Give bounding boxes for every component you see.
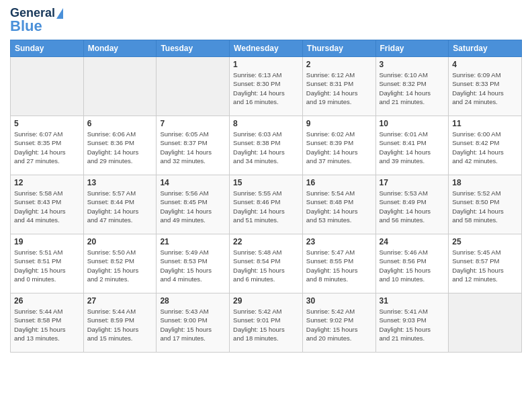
day-cell-8: 8Sunrise: 6:03 AMSunset: 8:38 PMDaylight…: [230, 116, 303, 175]
day-cell-26: 26Sunrise: 5:44 AMSunset: 8:58 PMDayligh…: [11, 293, 84, 352]
day-number-31: 31: [380, 296, 445, 306]
day-number-16: 16: [306, 178, 372, 187]
day-cell-20: 20Sunrise: 5:50 AMSunset: 8:52 PMDayligh…: [83, 234, 157, 293]
day-number-26: 26: [14, 296, 80, 306]
day-info-29: Sunrise: 5:42 AMSunset: 9:01 PMDaylight:…: [233, 307, 299, 342]
day-number-25: 25: [452, 237, 518, 246]
day-number-4: 4: [452, 60, 518, 69]
empty-cell: [11, 56, 84, 116]
day-number-9: 9: [306, 119, 372, 128]
day-info-23: Sunrise: 5:47 AMSunset: 8:55 PMDaylight:…: [306, 248, 372, 283]
logo: General Blue: [10, 7, 63, 34]
day-cell-29: 29Sunrise: 5:42 AMSunset: 9:01 PMDayligh…: [230, 293, 303, 352]
day-info-7: Sunrise: 6:05 AMSunset: 8:37 PMDaylight:…: [160, 130, 226, 165]
calendar-header-row: SundayMondayTuesdayWednesdayThursdayFrid…: [11, 40, 522, 56]
day-number-17: 17: [380, 178, 445, 187]
day-cell-18: 18Sunrise: 5:52 AMSunset: 8:50 PMDayligh…: [449, 175, 522, 234]
day-info-18: Sunrise: 5:52 AMSunset: 8:50 PMDaylight:…: [452, 189, 518, 224]
day-cell-25: 25Sunrise: 5:45 AMSunset: 8:57 PMDayligh…: [449, 234, 522, 293]
page: General Blue SundayMondayTuesdayWednesda…: [0, 0, 532, 359]
day-cell-7: 7Sunrise: 6:05 AMSunset: 8:37 PMDaylight…: [157, 116, 230, 175]
day-number-18: 18: [452, 178, 518, 187]
day-info-16: Sunrise: 5:54 AMSunset: 8:48 PMDaylight:…: [306, 189, 372, 224]
day-info-17: Sunrise: 5:53 AMSunset: 8:49 PMDaylight:…: [380, 189, 445, 224]
col-header-monday: Monday: [83, 40, 157, 56]
day-number-10: 10: [380, 119, 445, 128]
day-info-11: Sunrise: 6:00 AMSunset: 8:42 PMDaylight:…: [452, 130, 518, 165]
day-cell-17: 17Sunrise: 5:53 AMSunset: 8:49 PMDayligh…: [375, 175, 449, 234]
day-info-21: Sunrise: 5:49 AMSunset: 8:53 PMDaylight:…: [160, 248, 226, 283]
day-info-2: Sunrise: 6:12 AMSunset: 8:31 PMDaylight:…: [306, 71, 372, 106]
day-info-12: Sunrise: 5:58 AMSunset: 8:43 PMDaylight:…: [14, 189, 80, 224]
day-cell-3: 3Sunrise: 6:10 AMSunset: 8:32 PMDaylight…: [375, 56, 449, 116]
empty-cell: [157, 56, 230, 116]
day-cell-14: 14Sunrise: 5:56 AMSunset: 8:45 PMDayligh…: [157, 175, 230, 234]
day-cell-16: 16Sunrise: 5:54 AMSunset: 8:48 PMDayligh…: [302, 175, 375, 234]
day-number-20: 20: [87, 237, 153, 246]
day-info-5: Sunrise: 6:07 AMSunset: 8:35 PMDaylight:…: [14, 130, 80, 165]
day-info-3: Sunrise: 6:10 AMSunset: 8:32 PMDaylight:…: [380, 71, 445, 106]
day-number-29: 29: [233, 296, 299, 306]
day-cell-30: 30Sunrise: 5:42 AMSunset: 9:02 PMDayligh…: [302, 293, 375, 352]
day-number-6: 6: [87, 119, 153, 128]
day-number-30: 30: [306, 296, 372, 306]
day-info-24: Sunrise: 5:46 AMSunset: 8:56 PMDaylight:…: [380, 248, 445, 283]
day-number-22: 22: [233, 237, 299, 246]
day-info-28: Sunrise: 5:43 AMSunset: 9:00 PMDaylight:…: [160, 307, 226, 342]
day-cell-2: 2Sunrise: 6:12 AMSunset: 8:31 PMDaylight…: [302, 56, 375, 116]
day-cell-22: 22Sunrise: 5:48 AMSunset: 8:54 PMDayligh…: [230, 234, 303, 293]
header: General Blue: [10, 7, 522, 34]
day-info-25: Sunrise: 5:45 AMSunset: 8:57 PMDaylight:…: [452, 248, 518, 283]
day-number-3: 3: [380, 60, 445, 69]
week-row-2: 5Sunrise: 6:07 AMSunset: 8:35 PMDaylight…: [11, 116, 522, 175]
day-number-1: 1: [233, 60, 299, 69]
day-info-15: Sunrise: 5:55 AMSunset: 8:46 PMDaylight:…: [233, 189, 299, 224]
week-row-5: 26Sunrise: 5:44 AMSunset: 8:58 PMDayligh…: [11, 293, 522, 352]
week-row-3: 12Sunrise: 5:58 AMSunset: 8:43 PMDayligh…: [11, 175, 522, 234]
day-number-21: 21: [160, 237, 226, 246]
day-info-20: Sunrise: 5:50 AMSunset: 8:52 PMDaylight:…: [87, 248, 153, 283]
day-info-26: Sunrise: 5:44 AMSunset: 8:58 PMDaylight:…: [14, 307, 80, 342]
logo-line2: Blue: [10, 20, 42, 34]
col-header-sunday: Sunday: [11, 40, 84, 56]
day-number-27: 27: [87, 296, 153, 306]
day-info-10: Sunrise: 6:01 AMSunset: 8:41 PMDaylight:…: [380, 130, 445, 165]
day-number-2: 2: [306, 60, 372, 69]
day-cell-1: 1Sunrise: 6:13 AMSunset: 8:30 PMDaylight…: [230, 56, 303, 116]
day-cell-13: 13Sunrise: 5:57 AMSunset: 8:44 PMDayligh…: [83, 175, 157, 234]
day-cell-21: 21Sunrise: 5:49 AMSunset: 8:53 PMDayligh…: [157, 234, 230, 293]
day-number-5: 5: [14, 119, 80, 128]
day-number-24: 24: [380, 237, 445, 246]
calendar-table: SundayMondayTuesdayWednesdayThursdayFrid…: [10, 40, 522, 353]
day-cell-12: 12Sunrise: 5:58 AMSunset: 8:43 PMDayligh…: [11, 175, 84, 234]
day-cell-6: 6Sunrise: 6:06 AMSunset: 8:36 PMDaylight…: [83, 116, 157, 175]
day-info-8: Sunrise: 6:03 AMSunset: 8:38 PMDaylight:…: [233, 130, 299, 165]
day-number-13: 13: [87, 178, 153, 187]
day-cell-24: 24Sunrise: 5:46 AMSunset: 8:56 PMDayligh…: [375, 234, 449, 293]
day-number-28: 28: [160, 296, 226, 306]
day-info-13: Sunrise: 5:57 AMSunset: 8:44 PMDaylight:…: [87, 189, 153, 224]
day-info-27: Sunrise: 5:44 AMSunset: 8:59 PMDaylight:…: [87, 307, 153, 342]
day-info-6: Sunrise: 6:06 AMSunset: 8:36 PMDaylight:…: [87, 130, 153, 165]
empty-cell: [83, 56, 157, 116]
col-header-tuesday: Tuesday: [157, 40, 230, 56]
day-number-7: 7: [160, 119, 226, 128]
day-info-1: Sunrise: 6:13 AMSunset: 8:30 PMDaylight:…: [233, 71, 299, 106]
day-cell-19: 19Sunrise: 5:51 AMSunset: 8:51 PMDayligh…: [11, 234, 84, 293]
day-cell-10: 10Sunrise: 6:01 AMSunset: 8:41 PMDayligh…: [375, 116, 449, 175]
day-cell-15: 15Sunrise: 5:55 AMSunset: 8:46 PMDayligh…: [230, 175, 303, 234]
day-cell-31: 31Sunrise: 5:41 AMSunset: 9:03 PMDayligh…: [375, 293, 449, 352]
day-info-31: Sunrise: 5:41 AMSunset: 9:03 PMDaylight:…: [380, 307, 445, 342]
day-info-19: Sunrise: 5:51 AMSunset: 8:51 PMDaylight:…: [14, 248, 80, 283]
day-info-4: Sunrise: 6:09 AMSunset: 8:33 PMDaylight:…: [452, 71, 518, 106]
day-cell-9: 9Sunrise: 6:02 AMSunset: 8:39 PMDaylight…: [302, 116, 375, 175]
logo-text-blue: Blue: [10, 18, 42, 34]
col-header-wednesday: Wednesday: [230, 40, 303, 56]
day-info-9: Sunrise: 6:02 AMSunset: 8:39 PMDaylight:…: [306, 130, 372, 165]
col-header-thursday: Thursday: [302, 40, 375, 56]
day-cell-23: 23Sunrise: 5:47 AMSunset: 8:55 PMDayligh…: [302, 234, 375, 293]
day-cell-4: 4Sunrise: 6:09 AMSunset: 8:33 PMDaylight…: [449, 56, 522, 116]
col-header-friday: Friday: [375, 40, 449, 56]
day-number-11: 11: [452, 119, 518, 128]
day-info-22: Sunrise: 5:48 AMSunset: 8:54 PMDaylight:…: [233, 248, 299, 283]
